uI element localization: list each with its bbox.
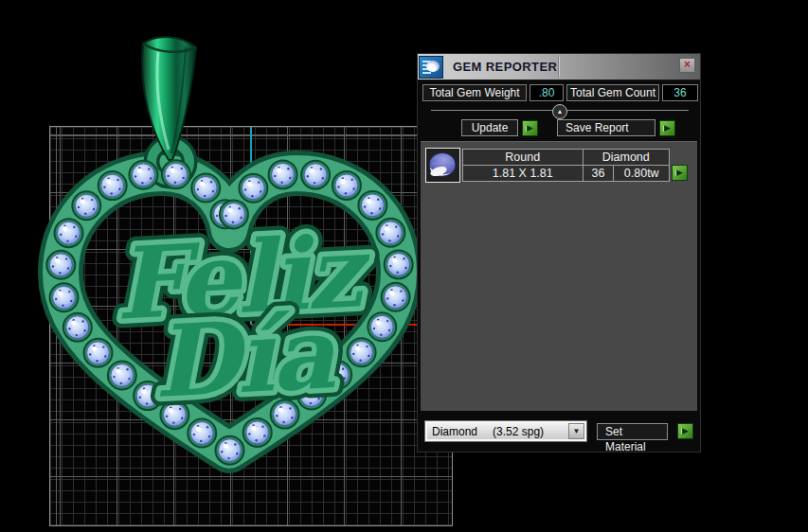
gem-stone[interactable] [332,171,361,200]
gem-stone[interactable] [301,161,330,189]
total-gem-count-value: 36 [662,84,698,101]
gem-group-row[interactable]: Round Diamond 1.81 X 1.81 36 0.80tw ▶ [425,148,692,183]
gem-table: Round Diamond 1.81 X 1.81 36 0.80tw [462,149,670,182]
set-material-button[interactable]: Set Material [597,423,668,440]
gem-stone[interactable] [376,219,404,247]
panel-title: GEM REPORTER [453,60,557,74]
gem-stone[interactable] [108,362,136,390]
gem-stone[interactable] [382,283,410,311]
gem-stone[interactable] [84,339,113,367]
gem-reporter-panel: GEM REPORTER × Total Gem Weight .80 Tota… [417,53,701,452]
collapse-arrow-icon[interactable]: ▲ [552,104,567,119]
gem-shape-header: Round [463,150,584,166]
gem-stone[interactable] [162,160,190,188]
total-gem-weight-value: .80 [530,84,564,101]
save-report-play-icon[interactable]: ▶ [659,120,675,136]
gem-stone[interactable] [72,191,100,220]
gem-stone[interactable] [55,219,83,247]
gem-stone[interactable] [368,312,396,341]
titlebar-separator [558,57,560,77]
panel-titlebar[interactable]: GEM REPORTER × [418,54,700,80]
gem-weight-cell: 0.80tw [614,166,670,182]
chevron-down-icon[interactable]: ▼ [568,423,584,439]
total-gem-count-label: Total Gem Count [566,84,659,101]
gem-type-header: Diamond [583,150,669,166]
collapse-divider: ▲ [418,103,700,117]
gem-stone[interactable] [63,313,92,342]
gem-stone[interactable] [239,174,267,203]
gem-stone[interactable] [216,436,244,465]
total-gem-weight-label: Total Gem Weight [422,84,527,101]
update-button[interactable]: Update [461,119,518,136]
gem-row-play-icon[interactable]: ▶ [672,165,688,181]
pendant-text-dia: Día [151,294,339,420]
gem-list-area: Round Diamond 1.81 X 1.81 36 0.80tw ▶ [421,141,697,411]
gem-thumbnail[interactable] [425,148,460,183]
material-name: Diamond [432,425,477,438]
material-select-value: Diamond (3.52 spg) [427,423,568,439]
close-icon[interactable]: × [679,58,695,73]
set-material-play-icon[interactable]: ▶ [677,423,693,439]
save-report-button[interactable]: Save Report [557,119,655,136]
gem-stone[interactable] [243,418,272,447]
totals-row: Total Gem Weight .80 Total Gem Count 36 [418,80,700,103]
material-spg: (3.52 spg) [493,425,544,438]
gem-stone[interactable] [348,338,376,366]
gem-stone[interactable] [269,160,297,188]
gem-stone[interactable] [129,161,157,189]
update-play-icon[interactable]: ▶ [522,120,538,136]
gem-thumbnail-image [426,149,459,182]
gem-stone[interactable] [191,174,220,203]
gem-size-cell: 1.81 X 1.81 [463,166,584,182]
gem-stone[interactable] [50,283,79,311]
gem-stone[interactable] [99,171,127,200]
gem-stone[interactable] [385,250,413,278]
gem-stone[interactable] [46,251,75,279]
gem-reporter-icon [419,56,443,79]
gem-stone[interactable] [358,191,386,220]
gem-count-cell: 36 [583,166,614,182]
material-row: Diamond (3.52 spg) ▼ Set Material ▶ [418,411,700,452]
material-select[interactable]: Diamond (3.52 spg) ▼ [424,420,587,442]
gem-stone[interactable] [188,419,216,448]
actions-row: Update ▶ Save Report ▶ [418,117,700,141]
